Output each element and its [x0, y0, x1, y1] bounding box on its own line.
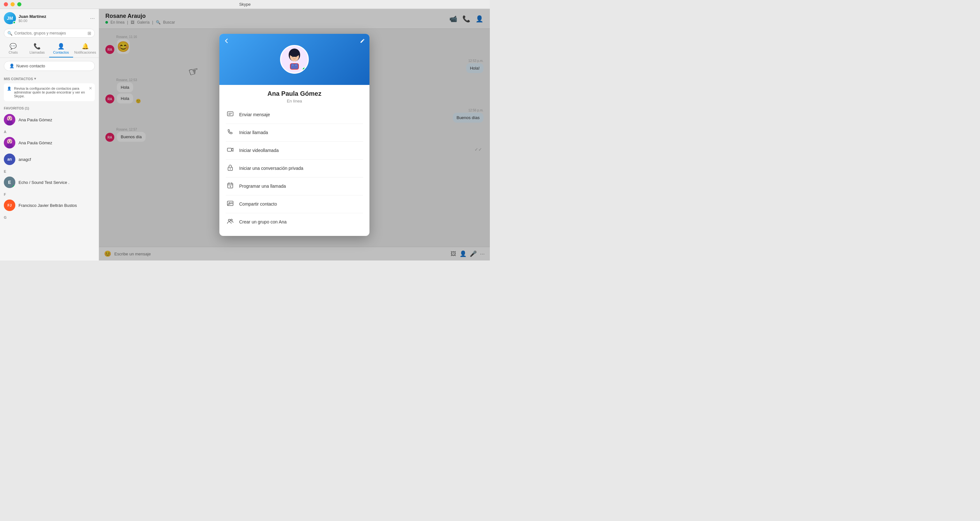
modal-avatar: [280, 45, 309, 74]
search-input[interactable]: [14, 31, 86, 35]
new-contact-icon: 👤: [9, 64, 14, 68]
svg-point-3: [11, 118, 11, 119]
contact-avatar-ana: [4, 137, 15, 148]
notifications-icon: 🔔: [82, 43, 89, 50]
modal-online-dot: [302, 67, 307, 71]
close-button[interactable]: [4, 2, 8, 6]
contact-name-ana: Ana Paula Gómez: [19, 140, 52, 145]
svg-point-12: [289, 49, 299, 57]
alert-text: Revisa la configuración de contactos par…: [14, 86, 92, 98]
sidebar-header: JM Juan Martínez $0.00 ···: [0, 9, 99, 27]
contact-avatar-anagcf: an: [4, 154, 15, 165]
lock-icon: [226, 164, 235, 173]
contact-item-francisco[interactable]: FJ Francisco Javier Beltrán Bustos: [0, 197, 99, 214]
modal-actions: Enviar mensaje Iniciar llamada: [220, 106, 369, 236]
contact-name-anagcf: anagcf: [19, 157, 31, 162]
action-schedule-call[interactable]: Programar una llamada: [226, 178, 363, 195]
group-icon: [226, 218, 235, 226]
svg-rect-20: [295, 65, 297, 66]
new-contact-label: Nuevo contacto: [16, 64, 45, 68]
svg-rect-22: [228, 148, 232, 151]
app-container: JM Juan Martínez $0.00 ··· 🔍 ⊞ 💬 Chats 📞: [0, 9, 490, 260]
svg-rect-16: [291, 64, 298, 69]
favorites-header: FAVORITOS (1): [0, 104, 99, 111]
contact-item-ana-fav[interactable]: Ana Paula Gómez: [0, 111, 99, 128]
modal-overlay[interactable]: Ana Paula Gómez En línea Enviar mensaje: [99, 9, 490, 260]
close-alert-button[interactable]: ✕: [89, 86, 92, 91]
tab-notifications[interactable]: 🔔 Notificaciones: [73, 40, 97, 57]
contact-avatar-francisco: FJ: [4, 200, 15, 211]
maximize-button[interactable]: [17, 2, 21, 6]
send-message-label: Enviar mensaje: [239, 112, 270, 117]
svg-point-14: [295, 56, 297, 57]
action-start-video[interactable]: Iniciar videollamada: [226, 142, 363, 160]
user-name: Juan Martínez: [19, 14, 88, 19]
user-info: Juan Martínez $0.00: [19, 14, 88, 23]
sidebar: JM Juan Martínez $0.00 ··· 🔍 ⊞ 💬 Chats 📞: [0, 9, 99, 260]
titlebar: Skype: [0, 0, 490, 9]
svg-point-24: [230, 168, 231, 169]
svg-rect-21: [228, 112, 233, 116]
svg-point-6: [8, 141, 9, 142]
start-video-label: Iniciar videollamada: [239, 148, 279, 153]
contacts-label: Contactos: [53, 51, 69, 54]
letter-divider-a: A: [0, 128, 99, 134]
app-title: Skype: [239, 2, 251, 7]
contact-modal: Ana Paula Gómez En línea Enviar mensaje: [220, 34, 369, 236]
svg-point-0: [7, 116, 12, 121]
user-balance: $0.00: [19, 19, 88, 23]
share-contact-label: Compartir contacto: [239, 202, 277, 206]
grid-button[interactable]: ⊞: [88, 31, 91, 36]
contact-item-ana[interactable]: Ana Paula Gómez: [0, 134, 99, 151]
contact-item-echo[interactable]: E Echo / Sound Test Service .: [0, 174, 99, 191]
modal-edit-button[interactable]: [360, 38, 366, 45]
tab-chats[interactable]: 💬 Chats: [1, 40, 25, 57]
video-icon: [226, 146, 235, 155]
modal-back-button[interactable]: [223, 38, 230, 46]
svg-point-28: [228, 219, 230, 221]
action-send-message[interactable]: Enviar mensaje: [226, 106, 363, 124]
tab-contacts[interactable]: 👤 Contactos: [49, 40, 73, 57]
modal-contact-status: En línea: [226, 98, 363, 103]
contact-avatar-echo: E: [4, 176, 15, 188]
search-icon: 🔍: [7, 31, 13, 36]
svg-rect-19: [292, 65, 293, 66]
letter-divider-g: G: [0, 214, 99, 220]
letter-divider-f: F: [0, 191, 99, 197]
main-area: Rosane Araujo En línea | 🖼 Galería | 🔍 B…: [99, 9, 490, 260]
calls-icon: 📞: [33, 43, 41, 50]
new-contact-button[interactable]: 👤 Nuevo contacto: [4, 61, 95, 71]
svg-point-1: [6, 120, 13, 125]
contacts-icon: 👤: [57, 43, 65, 50]
minimize-button[interactable]: [11, 2, 15, 6]
window-controls[interactable]: [4, 2, 21, 6]
calls-label: Llamadas: [29, 51, 45, 54]
svg-point-7: [11, 141, 11, 142]
alert-icon: 👤: [7, 86, 11, 91]
message-icon: [226, 110, 235, 119]
more-options-button[interactable]: ···: [90, 15, 95, 22]
svg-point-29: [231, 219, 232, 221]
svg-point-4: [7, 139, 12, 144]
contact-name-echo: Echo / Sound Test Service .: [19, 180, 69, 185]
svg-point-5: [6, 143, 13, 148]
search-bar: 🔍 ⊞: [4, 29, 95, 38]
action-share-contact[interactable]: Compartir contacto: [226, 195, 363, 213]
share-contact-icon: [226, 200, 235, 208]
my-contacts-header: MIS CONTACTOS ▾: [0, 74, 99, 82]
user-avatar[interactable]: JM: [4, 12, 16, 24]
contact-name-ana-fav: Ana Paula Gómez: [19, 118, 52, 122]
start-call-label: Iniciar llamada: [239, 130, 268, 135]
action-start-call[interactable]: Iniciar llamada: [226, 124, 363, 142]
chats-label: Chats: [9, 51, 18, 54]
action-create-group[interactable]: Crear un grupo con Ana: [226, 213, 363, 231]
contacts-alert: 👤 Revisa la configuración de contactos p…: [4, 83, 95, 101]
user-initials: JM: [7, 16, 13, 21]
contact-item-anagcf[interactable]: an anagcf: [0, 151, 99, 168]
letter-divider-e: E: [0, 168, 99, 174]
contact-name-francisco: Francisco Javier Beltrán Bustos: [19, 203, 77, 208]
tab-calls[interactable]: 📞 Llamadas: [25, 40, 49, 57]
action-private-chat[interactable]: Iniciar una conversación privada: [226, 160, 363, 178]
avatar-illustration: [4, 114, 15, 125]
private-chat-label: Iniciar una conversación privada: [239, 166, 303, 171]
